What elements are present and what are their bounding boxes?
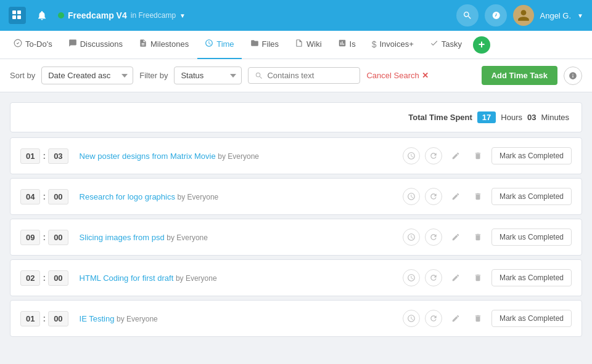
hours-value: 01 (20, 148, 40, 164)
time-entry-row: 01 : 03 New poster designs from Matrix M… (10, 137, 582, 174)
edit-icon-2[interactable] (447, 188, 464, 205)
timer-circle-icon-4[interactable] (403, 269, 420, 286)
edit-icon-4[interactable] (447, 269, 464, 286)
tab-wiki-label: Wiki (306, 39, 322, 49)
tab-invoices[interactable]: $ Invoices+ (364, 31, 421, 59)
time-entry-row: 01 : 00 IE Testing by Everyone (10, 300, 582, 337)
refresh-icon-2[interactable] (425, 188, 442, 205)
svg-rect-3 (17, 15, 21, 19)
project-status-dot (58, 12, 64, 18)
timer-circle-icon-3[interactable] (403, 229, 420, 246)
global-search-button[interactable] (456, 4, 479, 26)
mark-completed-button-2[interactable]: Mark as Completed (491, 188, 572, 205)
tab-todos[interactable]: To-Do's (6, 31, 60, 59)
task-link-4[interactable]: HTML Coding for first draft (80, 273, 174, 283)
edit-icon-5[interactable] (447, 310, 464, 327)
hours-value: 01 (20, 311, 40, 326)
time-separator: : (43, 192, 46, 201)
delete-icon-5[interactable] (469, 310, 487, 327)
time-display-2: 04 : 00 (20, 189, 68, 204)
sort-select[interactable]: Date Created asc Date Created desc Hours… (41, 67, 133, 84)
row-actions-3: Mark us Completed (403, 229, 572, 246)
refresh-icon-3[interactable] (425, 229, 442, 246)
timer-circle-icon-1[interactable] (403, 147, 420, 164)
mark-completed-button-3[interactable]: Mark us Completed (491, 229, 572, 246)
tab-wiki[interactable]: Wiki (287, 31, 329, 59)
time-display-3: 09 : 00 (20, 230, 68, 245)
info-button[interactable] (564, 67, 582, 85)
app-grid-icon[interactable] (9, 7, 26, 24)
discussions-icon (68, 39, 77, 49)
time-separator: : (43, 232, 46, 242)
tab-discussions-label: Discussions (80, 39, 123, 49)
task-link-2[interactable]: Research for logo graphics (80, 192, 175, 201)
history-clock-button[interactable] (485, 4, 507, 26)
time-description: Research for logo graphics by Everyone (75, 192, 397, 201)
notification-icon[interactable] (32, 6, 52, 25)
filter-select[interactable]: Status All Completed Pending (174, 67, 242, 84)
by-label-1: by Everyone (218, 152, 259, 161)
refresh-icon-5[interactable] (425, 310, 442, 327)
timer-circle-icon-5[interactable] (403, 310, 420, 327)
project-name: Freedcamp V4 (68, 10, 127, 20)
svg-rect-2 (12, 15, 16, 19)
tab-tasky[interactable]: Tasky (422, 31, 469, 59)
svg-rect-0 (12, 10, 16, 14)
task-link-3[interactable]: Slicing images from psd (80, 233, 165, 242)
by-label-5: by Everyone (117, 315, 158, 323)
delete-icon-3[interactable] (469, 229, 487, 246)
main-content: Total Time Spent 17 Hours 03 Minutes 01 … (0, 92, 592, 350)
avatar[interactable] (513, 5, 534, 26)
row-actions-1: Mark as Completed (403, 147, 572, 164)
delete-icon-1[interactable] (469, 147, 487, 164)
username-label[interactable]: Angel G. (540, 11, 572, 20)
delete-icon-2[interactable] (469, 188, 487, 205)
task-link-1[interactable]: New poster designs from Matrix Movie (80, 152, 216, 161)
add-time-task-label: Add Time Task (491, 71, 548, 80)
task-link-5[interactable]: IE Testing (80, 314, 115, 323)
hours-value: 04 (20, 189, 40, 204)
search-box (248, 67, 360, 84)
summary-card: Total Time Spent 17 Hours 03 Minutes (10, 102, 582, 132)
by-label-3: by Everyone (166, 233, 208, 242)
hours-unit-label: Hours (501, 113, 522, 122)
time-entry-row: 02 : 00 HTML Coding for first draft by E… (10, 259, 582, 296)
edit-icon-3[interactable] (447, 229, 464, 246)
project-title[interactable]: Freedcamp V4 in Freedcamp ▼ (58, 10, 186, 20)
total-time-label: Total Time Spent (408, 113, 472, 122)
time-description: HTML Coding for first draft by Everyone (75, 273, 397, 283)
cancel-search-x-icon: ✕ (422, 71, 429, 80)
time-separator: : (43, 151, 46, 161)
timer-circle-icon-2[interactable] (403, 188, 420, 205)
username-dropdown-arrow[interactable]: ▼ (577, 12, 583, 19)
total-mins-number: 03 (527, 113, 536, 122)
hours-value: 09 (20, 230, 40, 245)
tab-is[interactable]: Is (331, 31, 363, 59)
tab-time[interactable]: Time (197, 31, 241, 59)
tab-files[interactable]: Files (243, 31, 286, 59)
top-header: Freedcamp V4 in Freedcamp ▼ Angel G. ▼ (0, 0, 592, 31)
tasky-check-icon (430, 39, 438, 49)
toolbar: Sort by Date Created asc Date Created de… (0, 59, 592, 92)
edit-icon-1[interactable] (447, 147, 464, 164)
mark-completed-button-1[interactable]: Mark as Completed (491, 147, 572, 164)
row-actions-2: Mark as Completed (403, 188, 572, 205)
tab-milestones[interactable]: Milestones (131, 31, 196, 59)
refresh-icon-4[interactable] (425, 269, 442, 286)
delete-icon-4[interactable] (469, 269, 487, 286)
mark-completed-button-5[interactable]: Mark as Completed (491, 310, 572, 327)
filter-label: Filter by (139, 71, 168, 80)
cancel-search-label: Cancel Search (366, 71, 419, 80)
add-tab-button[interactable]: + (473, 36, 490, 54)
refresh-icon-1[interactable] (425, 147, 442, 164)
project-dropdown-arrow[interactable]: ▼ (179, 12, 186, 19)
row-actions-5: Mark as Completed (403, 310, 572, 327)
tab-invoices-label: Invoices+ (380, 39, 414, 49)
milestones-icon (139, 39, 147, 49)
tab-discussions[interactable]: Discussions (61, 31, 130, 59)
todo-check-icon (14, 39, 22, 49)
search-input[interactable] (267, 71, 353, 80)
add-time-task-button[interactable]: Add Time Task (482, 66, 557, 85)
mark-completed-button-4[interactable]: Mark as Completed (491, 269, 572, 286)
cancel-search-button[interactable]: Cancel Search ✕ (366, 71, 428, 80)
